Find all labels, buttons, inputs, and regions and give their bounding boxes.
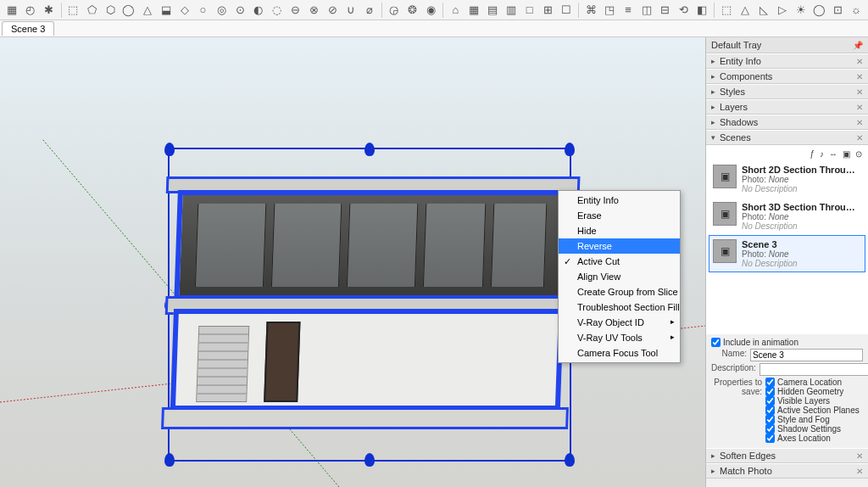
toolbar-tool-17[interactable]: ⊘ bbox=[324, 2, 341, 19]
toolbar-tool-30[interactable]: ⌘ bbox=[582, 2, 599, 19]
scene-thumb-icon: ▣ bbox=[713, 239, 737, 263]
toolbar-tool-42[interactable]: ◯ bbox=[810, 2, 827, 19]
panel-scenes[interactable]: ▾Scenes✕ bbox=[706, 130, 868, 145]
context-camera-focus-tool[interactable]: Camera Focus Tool bbox=[559, 345, 680, 361]
panel-entity-info[interactable]: ▸Entity Info✕ bbox=[706, 53, 868, 69]
toolbar-tool-39[interactable]: ◺ bbox=[755, 2, 772, 19]
main-toolbar: ▦◴✱⬚⬠⬡◯△⬓◇○◎⊙◐◌⊖⊗⊘∪⌀◶❂◉⌂▦▤▥□⊞☐⌘◳≡◫⊟⟲◧⬚△◺… bbox=[0, 0, 868, 20]
toolbar-tool-20[interactable]: ◶ bbox=[386, 2, 403, 19]
building-model[interactable] bbox=[170, 190, 568, 428]
context-erase[interactable]: Erase bbox=[559, 208, 680, 223]
toolbar-tool-32[interactable]: ≡ bbox=[620, 2, 637, 19]
toolbar-tool-25[interactable]: ▤ bbox=[484, 2, 501, 19]
toolbar-tool-23[interactable]: ⌂ bbox=[447, 2, 464, 19]
scene-tab[interactable]: Scene 3 bbox=[2, 21, 54, 36]
toolbar-tool-36[interactable]: ◧ bbox=[693, 2, 710, 19]
scene-title: Short 2D Section Through Bed… bbox=[742, 165, 860, 175]
base-slab bbox=[161, 407, 569, 429]
viewport-3d[interactable]: Entity InfoEraseHideReverseActive Cut✓Al… bbox=[0, 37, 705, 487]
scene-item-2[interactable]: ▣ Short 3D Section Through Bed… Photo: N… bbox=[709, 198, 865, 235]
scenes-tool-add[interactable]: ƒ bbox=[810, 149, 815, 159]
toolbar-tool-19[interactable]: ⌀ bbox=[361, 2, 378, 19]
toolbar-tool-15[interactable]: ⊖ bbox=[287, 2, 304, 19]
toolbar-tool-38[interactable]: △ bbox=[737, 2, 754, 19]
toolbar-tool-8[interactable]: ⬓ bbox=[158, 2, 175, 19]
toolbar-tool-7[interactable]: △ bbox=[139, 2, 156, 19]
prop-axes-location-checkbox[interactable] bbox=[765, 434, 775, 443]
prop-hidden-geometry-checkbox[interactable] bbox=[765, 387, 775, 396]
prop-camera-location-checkbox[interactable] bbox=[765, 378, 775, 387]
prop-active-section-planes-checkbox[interactable] bbox=[765, 406, 775, 415]
prop-visible-layers-checkbox[interactable] bbox=[765, 396, 775, 406]
toolbar-tool-18[interactable]: ∪ bbox=[342, 2, 359, 19]
scenes-tool-remove[interactable]: ♪ bbox=[820, 149, 824, 159]
context-entity-info[interactable]: Entity Info bbox=[559, 193, 680, 208]
tray-title[interactable]: Default Tray 📌 bbox=[706, 37, 868, 53]
toolbar-tool-0[interactable]: ▦ bbox=[3, 2, 20, 19]
toolbar-tool-13[interactable]: ◐ bbox=[250, 2, 267, 19]
toolbar-tool-37[interactable]: ⬚ bbox=[718, 2, 735, 19]
toolbar-tool-10[interactable]: ○ bbox=[194, 2, 211, 19]
scene-thumb-icon: ▣ bbox=[713, 165, 737, 188]
context-troubleshoot-section-fill[interactable]: Troubleshoot Section Fill bbox=[559, 299, 680, 315]
panel-match-photo[interactable]: ▸Match Photo✕ bbox=[706, 463, 868, 479]
toolbar-tool-16[interactable]: ⊗ bbox=[306, 2, 323, 19]
toolbar-tool-21[interactable]: ❂ bbox=[404, 2, 421, 19]
scene-tab-bar: Scene 3 bbox=[0, 20, 868, 37]
toolbar-tool-31[interactable]: ◳ bbox=[601, 2, 618, 19]
pin-icon[interactable]: 📌 bbox=[853, 41, 863, 50]
scene-title: Short 3D Section Through Bed… bbox=[742, 202, 860, 212]
toolbar-tool-28[interactable]: ⊞ bbox=[540, 2, 557, 19]
door bbox=[264, 322, 300, 402]
staircase bbox=[196, 326, 249, 402]
context-v-ray-uv-tools[interactable]: V-Ray UV Tools▸ bbox=[559, 330, 680, 345]
panel-shadows[interactable]: ▸Shadows✕ bbox=[706, 115, 868, 130]
scenes-tool-view[interactable]: ▣ bbox=[843, 149, 850, 159]
toolbar-tool-12[interactable]: ⊙ bbox=[231, 2, 248, 19]
toolbar-tool-41[interactable]: ☀ bbox=[793, 2, 810, 19]
context-v-ray-object-id[interactable]: V-Ray Object ID▸ bbox=[559, 315, 680, 330]
toolbar-tool-24[interactable]: ▦ bbox=[465, 2, 482, 19]
scene-desc-input[interactable] bbox=[760, 363, 868, 376]
toolbar-tool-1[interactable]: ◴ bbox=[22, 2, 39, 19]
context-create-group-from-slice[interactable]: Create Group from Slice bbox=[559, 284, 680, 299]
toolbar-tool-34[interactable]: ⊟ bbox=[657, 2, 674, 19]
toolbar-tool-27[interactable]: □ bbox=[521, 2, 538, 19]
toolbar-tool-29[interactable]: ☐ bbox=[558, 2, 575, 19]
prop-style-and-fog-checkbox[interactable] bbox=[765, 415, 775, 424]
context-hide[interactable]: Hide bbox=[559, 223, 680, 238]
toolbar-tool-3[interactable]: ⬚ bbox=[65, 2, 82, 19]
toolbar-tool-22[interactable]: ◉ bbox=[423, 2, 440, 19]
context-active-cut[interactable]: Active Cut✓ bbox=[559, 254, 680, 269]
scene-item-1[interactable]: ▣ Short 2D Section Through Bed… Photo: N… bbox=[709, 160, 865, 198]
toolbar-tool-11[interactable]: ◎ bbox=[213, 2, 230, 19]
scene-thumb-icon: ▣ bbox=[713, 202, 737, 226]
scene-name-input[interactable] bbox=[750, 349, 863, 361]
toolbar-tool-44[interactable]: ☼ bbox=[848, 2, 865, 19]
scene-title: Scene 3 bbox=[742, 239, 798, 249]
scenes-tool-move[interactable]: ↔ bbox=[829, 149, 837, 159]
context-reverse[interactable]: Reverse bbox=[559, 238, 680, 254]
panel-layers[interactable]: ▸Layers✕ bbox=[706, 99, 868, 115]
panel-soften-edges[interactable]: ▸Soften Edges✕ bbox=[706, 448, 868, 463]
upper-floor bbox=[174, 190, 568, 300]
toolbar-tool-6[interactable]: ◯ bbox=[120, 2, 137, 19]
context-align-view[interactable]: Align View bbox=[559, 269, 680, 284]
include-animation-checkbox[interactable] bbox=[711, 338, 721, 347]
toolbar-tool-9[interactable]: ◇ bbox=[176, 2, 193, 19]
panel-styles[interactable]: ▸Styles✕ bbox=[706, 84, 868, 99]
toolbar-tool-5[interactable]: ⬡ bbox=[102, 2, 119, 19]
toolbar-tool-35[interactable]: ⟲ bbox=[676, 2, 693, 19]
toolbar-tool-43[interactable]: ⊡ bbox=[829, 2, 846, 19]
toolbar-tool-26[interactable]: ▥ bbox=[503, 2, 520, 19]
scene-item-3[interactable]: ▣ Scene 3 Photo: None No Description bbox=[709, 235, 865, 272]
prop-shadow-settings-checkbox[interactable] bbox=[765, 424, 775, 434]
panel-components[interactable]: ▸Components✕ bbox=[706, 69, 868, 84]
toolbar-tool-40[interactable]: ▷ bbox=[774, 2, 791, 19]
toolbar-tool-4[interactable]: ⬠ bbox=[83, 2, 100, 19]
toolbar-tool-33[interactable]: ◫ bbox=[638, 2, 655, 19]
tray-title-label: Default Tray bbox=[711, 40, 761, 50]
scenes-tool-menu[interactable]: ⊙ bbox=[855, 149, 862, 159]
toolbar-tool-14[interactable]: ◌ bbox=[269, 2, 286, 19]
toolbar-tool-2[interactable]: ✱ bbox=[41, 2, 58, 19]
